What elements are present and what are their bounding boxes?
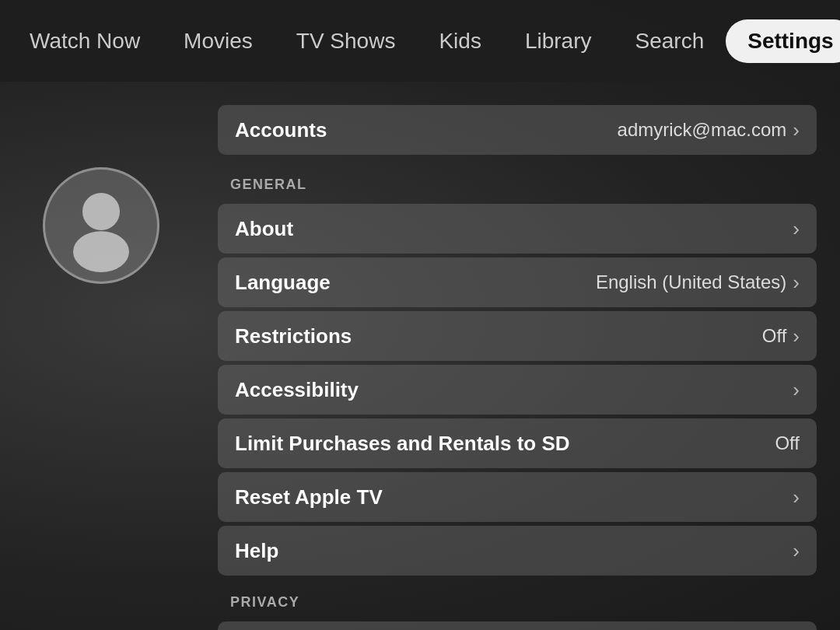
about-right: ›	[793, 217, 800, 241]
svg-point-0	[82, 193, 120, 230]
accessibility-label: Accessibility	[235, 378, 359, 402]
accounts-row[interactable]: Accounts admyrick@mac.com ›	[218, 105, 817, 155]
accessibility-right: ›	[793, 378, 800, 402]
nav-item-kids[interactable]: Kids	[417, 19, 502, 63]
restrictions-value: Off	[762, 325, 787, 347]
accounts-email: admyrick@mac.com	[618, 119, 787, 141]
restrictions-label: Restrictions	[235, 324, 352, 348]
left-panel	[0, 105, 202, 630]
avatar	[43, 167, 159, 284]
accessibility-chevron-icon: ›	[793, 378, 800, 402]
about-chevron-icon: ›	[793, 217, 800, 241]
help-row[interactable]: Help ›	[218, 526, 817, 576]
about-row[interactable]: About ›	[218, 204, 817, 254]
accounts-right: admyrick@mac.com ›	[618, 118, 800, 142]
limit-purchases-value: Off	[775, 432, 800, 454]
language-right: English (United States) ›	[596, 271, 800, 295]
limit-purchases-row[interactable]: Limit Purchases and Rentals to SD Off	[218, 418, 817, 468]
general-section-label: GENERAL	[218, 170, 817, 201]
help-right: ›	[793, 539, 800, 563]
reset-chevron-icon: ›	[793, 485, 800, 509]
language-row[interactable]: Language English (United States) ›	[218, 257, 817, 307]
reset-apple-tv-right: ›	[793, 485, 800, 509]
nav-item-movies[interactable]: Movies	[162, 19, 275, 63]
restrictions-right: Off ›	[762, 324, 800, 348]
privacy-section-label: PRIVACY	[218, 588, 817, 618]
nav-item-watch-now[interactable]: Watch Now	[8, 19, 162, 63]
reset-apple-tv-label: Reset Apple TV	[235, 485, 383, 509]
restrictions-chevron-icon: ›	[793, 324, 800, 348]
accounts-label: Accounts	[235, 118, 327, 142]
language-value: English (United States)	[596, 271, 786, 293]
nav-item-library[interactable]: Library	[503, 19, 614, 63]
about-label: About	[235, 217, 293, 241]
privacy-section: PRIVACY Use Play History On	[218, 588, 817, 630]
navbar: Watch Now Movies TV Shows Kids Library S…	[0, 0, 840, 82]
accessibility-row[interactable]: Accessibility ›	[218, 365, 817, 415]
right-panel: Accounts admyrick@mac.com › GENERAL Abou…	[202, 105, 840, 630]
help-chevron-icon: ›	[793, 539, 800, 563]
main-content: Accounts admyrick@mac.com › GENERAL Abou…	[0, 82, 840, 630]
nav-item-settings[interactable]: Settings	[726, 19, 840, 63]
help-label: Help	[235, 539, 278, 563]
svg-point-1	[73, 231, 129, 272]
limit-purchases-right: Off	[775, 432, 800, 454]
language-label: Language	[235, 271, 331, 295]
reset-apple-tv-row[interactable]: Reset Apple TV ›	[218, 472, 817, 522]
nav-item-search[interactable]: Search	[613, 19, 726, 63]
use-play-history-row[interactable]: Use Play History On	[218, 621, 817, 630]
restrictions-row[interactable]: Restrictions Off ›	[218, 311, 817, 361]
nav-item-tv-shows[interactable]: TV Shows	[275, 19, 418, 63]
limit-purchases-label: Limit Purchases and Rentals to SD	[235, 432, 570, 456]
language-chevron-icon: ›	[793, 271, 800, 295]
accounts-chevron-icon: ›	[793, 118, 800, 142]
avatar-icon	[45, 170, 157, 282]
